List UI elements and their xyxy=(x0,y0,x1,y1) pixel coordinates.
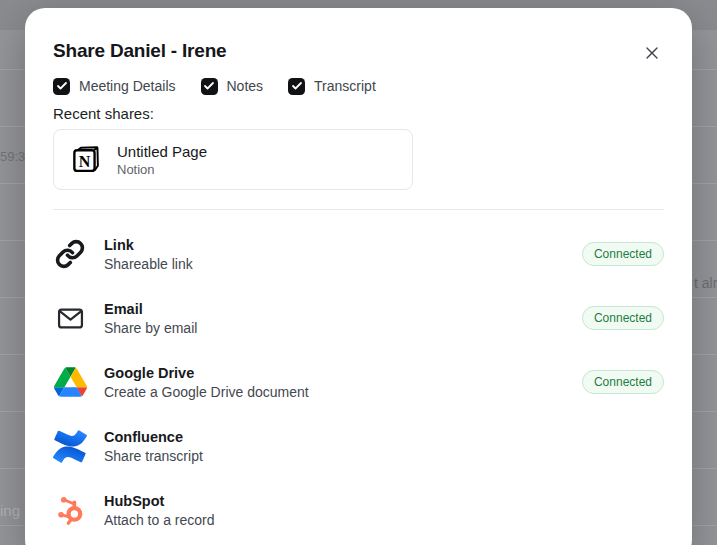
option-description: Attach to a record xyxy=(104,512,215,528)
checkbox-label: Notes xyxy=(227,78,264,94)
background-text-fragment: t alr xyxy=(694,275,717,291)
close-icon xyxy=(642,43,662,63)
option-description: Share by email xyxy=(104,320,197,336)
recent-share-title: Untitled Page xyxy=(117,143,207,160)
share-dialog: Share Daniel - Irene Meeting Details Not… xyxy=(25,8,692,545)
dialog-header: Share Daniel - Irene xyxy=(53,40,664,65)
recent-share-text: Untitled Page Notion xyxy=(117,143,207,177)
dialog-title: Share Daniel - Irene xyxy=(53,40,226,62)
share-option-hubspot[interactable]: HubSpot Attach to a record xyxy=(53,478,664,542)
close-button[interactable] xyxy=(640,41,664,65)
option-title: Confluence xyxy=(104,429,203,445)
checked-checkbox-icon xyxy=(53,78,70,95)
status-badge: Connected xyxy=(582,306,664,330)
share-option-confluence[interactable]: Confluence Share transcript xyxy=(53,414,664,478)
background-timestamp-fragment: 59:3 xyxy=(0,149,25,164)
svg-text:N: N xyxy=(79,153,91,170)
checkbox-label: Meeting Details xyxy=(79,78,176,94)
share-option-google-drive[interactable]: Google Drive Create a Google Drive docum… xyxy=(53,350,664,414)
checked-checkbox-icon xyxy=(288,78,305,95)
option-title: HubSpot xyxy=(104,493,215,509)
link-icon xyxy=(55,239,85,269)
share-option-email[interactable]: Email Share by email Connected xyxy=(53,286,664,350)
option-title: Email xyxy=(104,301,197,317)
option-description: Share transcript xyxy=(104,448,203,464)
share-options-list: Link Shareable link Connected Email Shar… xyxy=(53,222,664,542)
google-drive-icon xyxy=(54,367,87,397)
checkbox-meeting-details[interactable]: Meeting Details xyxy=(53,78,176,95)
option-title: Google Drive xyxy=(104,365,309,381)
option-description: Create a Google Drive document xyxy=(104,384,309,400)
checkbox-label: Transcript xyxy=(314,78,376,94)
status-badge: Connected xyxy=(582,242,664,266)
background-text-fragment-2: ing xyxy=(0,502,20,519)
checkbox-notes[interactable]: Notes xyxy=(201,78,264,95)
status-badge: Connected xyxy=(582,370,664,394)
option-title: Link xyxy=(104,237,193,253)
option-description: Shareable link xyxy=(104,256,193,272)
confluence-icon xyxy=(53,430,87,463)
notion-icon: N xyxy=(69,143,102,176)
hubspot-icon xyxy=(55,495,86,526)
recent-shares-heading: Recent shares: xyxy=(53,105,664,122)
share-option-link[interactable]: Link Shareable link Connected xyxy=(53,222,664,286)
checked-checkbox-icon xyxy=(201,78,218,95)
recent-share-destination: Notion xyxy=(117,162,207,177)
recent-share-item[interactable]: N Untitled Page Notion xyxy=(53,129,413,190)
content-checkbox-row: Meeting Details Notes Transcript xyxy=(53,76,664,96)
checkbox-transcript[interactable]: Transcript xyxy=(288,78,376,95)
email-icon xyxy=(55,303,86,334)
section-divider xyxy=(53,209,664,210)
